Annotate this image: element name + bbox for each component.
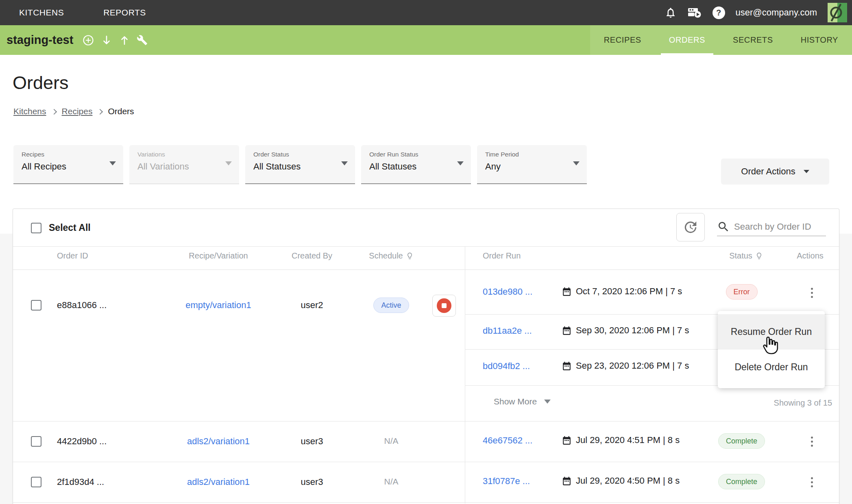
search-field [717,218,826,236]
breadcrumb-kitchens[interactable]: Kitchens [13,106,46,116]
stop-order-button[interactable] [432,295,456,317]
search-input[interactable] [733,221,824,232]
created-by: user3 [281,436,342,447]
recipe-link-text[interactable]: adls2/variation1 [187,477,250,487]
tab-history[interactable]: HISTORY [787,25,852,55]
recipe-variation-link[interactable]: adls2/variation1 [168,436,269,447]
tab-orders[interactable]: ORDERS [655,25,719,55]
order-run-context-menu: Resume Order Run Delete Order Run [718,311,825,388]
datetime-text: Sep 23, 2020 12:06 PM | 7 s [576,361,689,371]
kebab-menu-icon[interactable] [808,434,815,449]
col-header-status: Status [717,251,776,261]
add-kitchen-icon[interactable] [82,34,94,46]
order-run-id[interactable]: db11aa2e ... [483,326,532,336]
filter-variations: Variations All Variations [129,145,239,184]
schedule-cell: N/A [351,436,432,446]
select-all-control: Select All [31,222,91,233]
user-email[interactable]: user@company.com [736,7,817,18]
breadcrumb-current: Orders [108,106,134,116]
order-run-id[interactable]: 013de980 ... [483,287,532,297]
order-run-id[interactable]: 31f0787e ... [483,476,530,487]
row-checkbox[interactable] [31,300,41,311]
filter-value: Any [485,161,579,172]
col-header-created-by: Created By [281,251,342,261]
help-icon[interactable]: ? [713,7,725,19]
divider [13,462,839,462]
dropdown-arrow-icon [225,161,232,165]
divider [465,246,465,504]
datetime-text: Oct 7, 2020 12:06 PM | 7 s [576,286,682,297]
datetime-text: Sep 30, 2020 12:06 PM | 7 s [576,325,689,336]
run-actions-cell [798,475,826,490]
order-run-id[interactable]: 46e67562 ... [483,435,532,446]
run-actions-cell [798,434,826,449]
breadcrumb: Kitchens Recipes Orders [13,106,134,116]
order-actions-button[interactable]: Order Actions [721,159,829,185]
hint-lightbulb-icon[interactable] [755,252,763,260]
chevron-right-icon [51,109,57,114]
schedule-header-label: Schedule [369,251,403,261]
filter-value: All Statuses [369,161,463,172]
filter-order-run-status[interactable]: Order Run Status All Statuses [361,145,471,184]
recipe-variation-link[interactable]: empty/variation1 [168,300,269,311]
status-complete-badge: Complete [718,433,765,449]
run-status-cell: Error [712,284,771,300]
nav-reports[interactable]: REPORTS [103,8,146,17]
recipe-variation-link[interactable]: adls2/variation1 [168,477,269,487]
notifications-bell-icon[interactable] [665,7,677,19]
schedule-active-badge: Active [373,298,409,313]
menu-item-resume-order-run[interactable]: Resume Order Run [718,314,825,350]
divider [13,421,839,421]
order-run-link[interactable]: db11aa2e ... [483,326,532,336]
divider [13,269,839,270]
dropdown-arrow-icon [109,161,116,165]
recipe-link-text[interactable]: adls2/variation1 [187,436,250,447]
search-icon [717,220,730,233]
kebab-menu-icon[interactable] [808,285,815,300]
schedule-cell: N/A [351,477,432,487]
calendar-icon [562,476,572,486]
col-header-recipe-variation: Recipe/Variation [168,251,269,261]
filter-label: Variations [137,151,231,158]
select-all-label: Select All [49,222,91,233]
order-run-queue-icon[interactable] [687,7,702,18]
order-run-link[interactable]: bd094fb2 ... [483,361,530,371]
breadcrumb-recipes[interactable]: Recipes [62,106,93,116]
order-id: 4422d9b0 ... [57,436,107,447]
orders-table-card: Select All Order ID Recipe/Variation Cre… [13,209,839,504]
show-more-control[interactable]: Show More [494,397,551,406]
filter-time-period[interactable]: Time Period Any [477,145,587,184]
calendar-icon [562,435,572,445]
menu-item-delete-order-run[interactable]: Delete Order Run [718,350,825,385]
order-run-link[interactable]: 013de980 ... [483,287,532,297]
merge-up-arrow-icon[interactable] [119,35,130,46]
recipe-link-text[interactable]: empty/variation1 [185,300,251,311]
order-run-datetime: Oct 7, 2020 12:06 PM | 7 s [562,286,682,297]
filter-recipes[interactable]: Recipes All Recipes [13,145,123,184]
row-checkbox[interactable] [31,436,41,447]
refresh-button[interactable] [676,213,705,241]
kitchen-tabs: RECIPES ORDERS SECRETS HISTORY [590,25,852,55]
nav-kitchens[interactable]: KITCHENS [19,8,64,17]
order-run-link[interactable]: 46e67562 ... [483,435,532,446]
filter-value: All Statuses [253,161,347,172]
row-checkbox[interactable] [31,477,41,487]
tab-recipes[interactable]: RECIPES [590,25,655,55]
select-all-checkbox[interactable] [31,223,41,233]
kebab-menu-icon[interactable] [808,475,815,490]
created-by: user3 [281,477,342,487]
chevron-right-icon [97,109,103,114]
order-run-id[interactable]: bd094fb2 ... [483,361,530,371]
col-header-order-id: Order ID [57,251,88,261]
run-status-cell: Complete [712,474,771,489]
filter-label: Order Run Status [369,151,463,158]
stop-icon [437,298,451,313]
order-run-link[interactable]: 31f0787e ... [483,476,530,487]
hint-lightbulb-icon[interactable] [406,252,414,260]
dropdown-arrow-icon [341,161,348,165]
kitchen-settings-wrench-icon[interactable] [137,35,148,46]
order-run-datetime: Sep 30, 2020 12:06 PM | 7 s [562,325,689,336]
filter-order-status[interactable]: Order Status All Statuses [245,145,355,184]
merge-down-arrow-icon[interactable] [101,35,112,46]
tab-secrets[interactable]: SECRETS [719,25,787,55]
